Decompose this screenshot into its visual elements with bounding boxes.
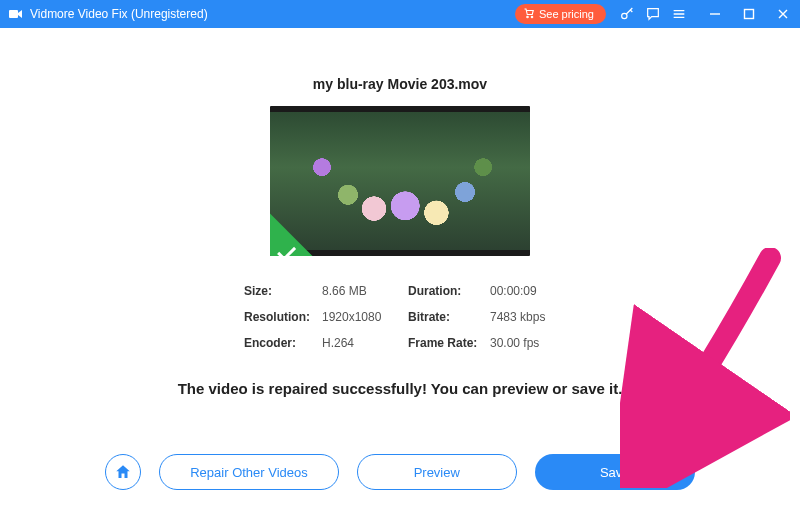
- close-button[interactable]: [766, 0, 800, 28]
- menu-icon[interactable]: [666, 0, 692, 28]
- cart-icon: [523, 7, 535, 21]
- framerate-label: Frame Rate:: [408, 336, 490, 350]
- see-pricing-button[interactable]: See pricing: [515, 4, 606, 24]
- home-button[interactable]: [105, 454, 141, 490]
- svg-point-2: [531, 16, 533, 18]
- annotation-arrow-icon: [620, 248, 790, 488]
- app-logo-icon: [8, 6, 24, 22]
- duration-label: Duration:: [408, 284, 490, 298]
- repair-other-videos-button[interactable]: Repair Other Videos: [159, 454, 339, 490]
- save-button[interactable]: Save: [535, 454, 695, 490]
- minimize-button[interactable]: [698, 0, 732, 28]
- see-pricing-label: See pricing: [539, 8, 594, 20]
- encoder-value: H.264: [322, 336, 408, 350]
- main-content: my blu-ray Movie 203.mov Size: 8.66 MB D…: [0, 28, 800, 514]
- svg-point-3: [622, 13, 627, 18]
- repair-other-videos-label: Repair Other Videos: [190, 465, 308, 480]
- svg-rect-4: [745, 10, 754, 19]
- svg-rect-0: [9, 10, 18, 18]
- maximize-button[interactable]: [732, 0, 766, 28]
- feedback-icon[interactable]: [640, 0, 666, 28]
- resolution-label: Resolution:: [244, 310, 322, 324]
- thumbnail-image: [270, 112, 530, 250]
- save-label: Save: [600, 465, 630, 480]
- size-label: Size:: [244, 284, 322, 298]
- framerate-value: 30.00 fps: [490, 336, 556, 350]
- encoder-label: Encoder:: [244, 336, 322, 350]
- bitrate-value: 7483 kbps: [490, 310, 556, 324]
- svg-point-1: [527, 16, 529, 18]
- file-name: my blu-ray Movie 203.mov: [313, 76, 487, 92]
- resolution-value: 1920x1080: [322, 310, 408, 324]
- bitrate-label: Bitrate:: [408, 310, 490, 324]
- titlebar: Vidmore Video Fix (Unregistered) See pri…: [0, 0, 800, 28]
- action-bar: Repair Other Videos Preview Save: [0, 454, 800, 490]
- key-icon[interactable]: [614, 0, 640, 28]
- preview-button[interactable]: Preview: [357, 454, 517, 490]
- video-metadata: Size: 8.66 MB Duration: 00:00:09 Resolut…: [244, 284, 556, 350]
- status-message: The video is repaired successfully! You …: [178, 380, 623, 397]
- duration-value: 00:00:09: [490, 284, 556, 298]
- video-thumbnail[interactable]: [270, 106, 530, 256]
- preview-label: Preview: [414, 465, 460, 480]
- home-icon: [114, 463, 132, 481]
- app-title: Vidmore Video Fix (Unregistered): [30, 7, 208, 21]
- size-value: 8.66 MB: [322, 284, 408, 298]
